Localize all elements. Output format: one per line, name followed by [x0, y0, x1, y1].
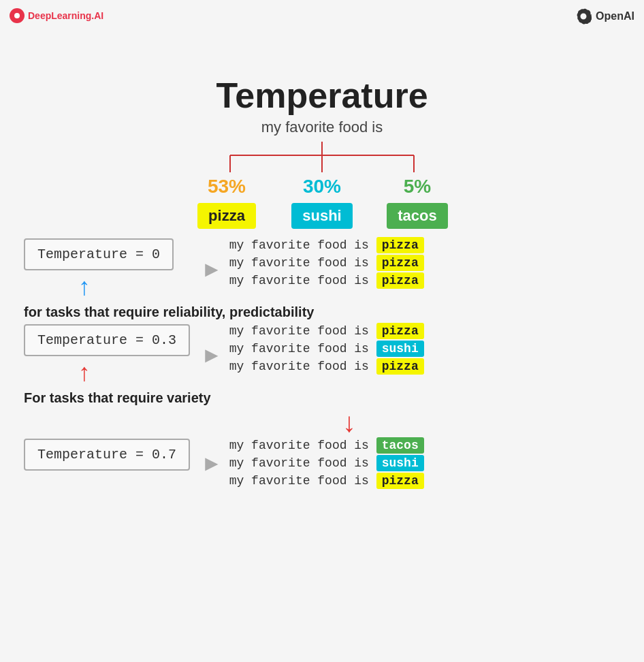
output-1-1: my favorite food is sushi — [229, 342, 620, 356]
section-temp07: Temperature = 0.7 ► my favorite food is … — [24, 439, 620, 488]
output-1-1-prefix: my favorite food is — [229, 342, 376, 356]
tree-branches-svg — [179, 142, 465, 176]
left-temp03: Temperature = 0.3 ↑ — [24, 324, 201, 386]
deeplearning-text: DeepLearning.AI — [28, 10, 103, 21]
tree-diagram: 53% pizza 30% sushi 5% tacos — [0, 142, 644, 229]
pct-pizza-label: 53% — [208, 176, 246, 198]
output-lines-0: my favorite food is pizza my favorite fo… — [229, 238, 620, 287]
output-2-0-prefix: my favorite food is — [229, 439, 376, 452]
output-0-1-prefix: my favorite food is — [229, 256, 376, 270]
output-2-0: my favorite food is tacos — [229, 439, 620, 452]
output-2-2-prefix: my favorite food is — [229, 474, 376, 488]
temp07-box: Temperature = 0.7 — [24, 439, 190, 471]
output-2-1: my favorite food is sushi — [229, 456, 620, 470]
openai-text: OpenAI — [596, 10, 634, 22]
pizza-badge: pizza — [197, 203, 256, 229]
output-1-0-word: pizza — [376, 323, 424, 339]
section-temp0: Temperature = 0 ↑ ► my favorite food is … — [24, 238, 620, 300]
left-temp07: Temperature = 0.7 — [24, 439, 201, 471]
output-0-2-prefix: my favorite food is — [229, 274, 376, 287]
output-0-0: my favorite food is pizza — [229, 238, 620, 252]
output-0-2-word: pizza — [376, 272, 424, 289]
pct-tacos: 5% tacos — [370, 176, 465, 229]
output-2-2-word: pizza — [376, 473, 424, 489]
pct-sushi-label: 30% — [303, 176, 341, 198]
deeplearning-icon — [10, 8, 25, 23]
right-temp0: my favorite food is pizza my favorite fo… — [229, 238, 620, 287]
connector-1: ► — [201, 343, 223, 368]
output-1-2: my favorite food is pizza — [229, 360, 620, 373]
arrow-up-red-1: ↑ — [78, 360, 91, 385]
output-lines-1: my favorite food is pizza my favorite fo… — [229, 324, 620, 373]
output-0-0-prefix: my favorite food is — [229, 238, 376, 252]
output-1-0: my favorite food is pizza — [229, 324, 620, 338]
description-0: for tasks that require reliability, pred… — [24, 304, 620, 320]
openai-logo: OpenAI — [575, 8, 634, 25]
page-subtitle: my favorite food is — [0, 119, 644, 136]
temp03-box: Temperature = 0.3 — [24, 324, 190, 356]
output-0-1-word: pizza — [376, 255, 424, 271]
output-1-2-word: pizza — [376, 358, 424, 375]
output-2-1-prefix: my favorite food is — [229, 456, 376, 470]
output-lines-2: my favorite food is tacos my favorite fo… — [229, 439, 620, 488]
temp0-box: Temperature = 0 — [24, 238, 174, 270]
sushi-badge: sushi — [291, 203, 352, 229]
connector-0: ► — [201, 257, 223, 282]
pct-sushi: 30% sushi — [274, 176, 370, 229]
temp-sections-area: Temperature = 0 ↑ ► my favorite food is … — [0, 238, 644, 488]
section-temp03: Temperature = 0.3 ↑ ► my favorite food i… — [24, 324, 620, 386]
page-title: Temperature — [0, 75, 644, 116]
pct-pizza: 53% pizza — [179, 176, 274, 229]
output-2-0-word: tacos — [376, 437, 424, 454]
deeplearning-logo: DeepLearning.AI — [10, 8, 103, 23]
arrow-down-red-2: ↓ — [78, 409, 620, 436]
arrow-up-blue-0: ↑ — [78, 274, 91, 299]
output-1-1-word: sushi — [376, 341, 424, 357]
pct-tacos-label: 5% — [404, 176, 431, 198]
description-1: For tasks that require variety — [24, 390, 620, 406]
left-temp0: Temperature = 0 ↑ — [24, 238, 201, 300]
connector-2: ► — [201, 451, 223, 476]
tacos-badge: tacos — [387, 203, 447, 229]
openai-icon — [575, 8, 592, 25]
output-0-1: my favorite food is pizza — [229, 256, 620, 270]
output-2-2: my favorite food is pizza — [229, 474, 620, 488]
output-2-1-word: sushi — [376, 455, 424, 471]
right-temp07: my favorite food is tacos my favorite fo… — [229, 439, 620, 488]
percentages-row: 53% pizza 30% sushi 5% tacos — [179, 176, 465, 229]
output-1-0-prefix: my favorite food is — [229, 324, 376, 338]
output-0-2: my favorite food is pizza — [229, 274, 620, 287]
right-temp03: my favorite food is pizza my favorite fo… — [229, 324, 620, 373]
output-0-0-word: pizza — [376, 237, 424, 253]
output-1-2-prefix: my favorite food is — [229, 360, 376, 373]
